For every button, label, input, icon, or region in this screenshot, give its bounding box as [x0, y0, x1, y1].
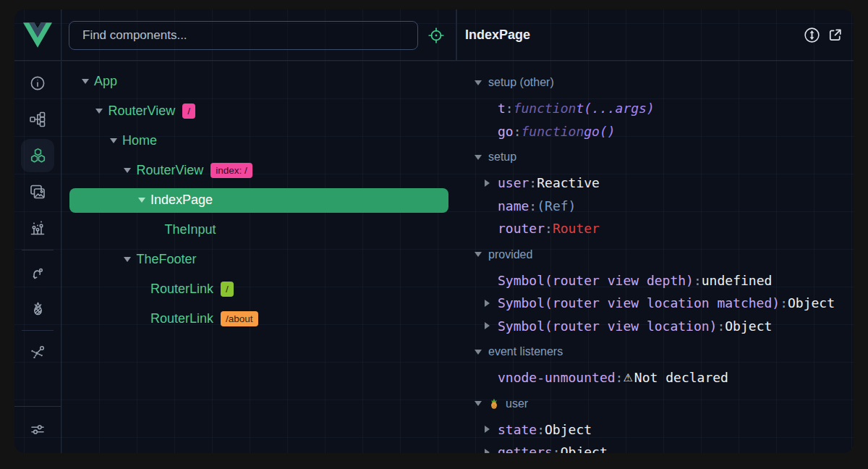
- key-value-separator: :: [545, 221, 553, 236]
- route-badge: /: [182, 103, 195, 119]
- expander-down-icon: [475, 155, 482, 160]
- tree-node-theinput[interactable]: TheInput: [62, 215, 456, 245]
- tree-node-label: RouterView: [137, 163, 204, 178]
- tree-node-label: TheInput: [165, 222, 216, 237]
- tree-node-routerlink[interactable]: RouterLink/about: [62, 304, 456, 334]
- state-key: Symbol(router view location): [498, 318, 717, 334]
- state-key: t: [498, 101, 506, 116]
- search-input[interactable]: [69, 21, 418, 50]
- expander-down-icon[interactable]: [109, 138, 117, 143]
- state-row-symbol-router-view-location-matched[interactable]: Symbol(router view location matched) : O…: [457, 292, 854, 315]
- state-key: vnode-unmounted: [498, 370, 616, 385]
- tree-node-routerview[interactable]: RouterViewindex: /: [62, 156, 456, 185]
- expander-placeholder: [485, 104, 492, 112]
- scroll-to-component-icon: [803, 26, 821, 44]
- expander-down-icon[interactable]: [137, 198, 145, 203]
- state-row-symbol-router-view-location[interactable]: Symbol(router view location) : Object: [457, 315, 854, 338]
- sidebar-item-pages[interactable]: [21, 103, 54, 136]
- expander-right-icon[interactable]: [485, 449, 492, 453]
- sidebar-item-pinia[interactable]: [21, 292, 54, 325]
- tree-node-home[interactable]: Home: [62, 126, 456, 156]
- scroll-to-component-button[interactable]: [802, 26, 821, 45]
- state-value: Object: [561, 444, 608, 453]
- expander-down-icon: [475, 350, 482, 355]
- state-key: getters: [498, 444, 553, 453]
- route-badge: /about: [221, 311, 258, 326]
- topbar: IndexPage: [14, 9, 854, 61]
- open-in-editor-button[interactable]: [825, 26, 844, 45]
- state-value: Router: [553, 221, 600, 236]
- section-user[interactable]: user: [457, 389, 854, 418]
- section-provided[interactable]: provided: [457, 240, 854, 269]
- section-setup-other[interactable]: setup (other): [457, 68, 854, 97]
- state-row-user[interactable]: user : Reactive: [457, 172, 854, 195]
- vue-logo-icon: [23, 22, 52, 48]
- state-row-state[interactable]: state : Object: [457, 418, 854, 441]
- expander-down-icon[interactable]: [95, 109, 103, 114]
- key-value-separator: :: [529, 198, 537, 214]
- tree-node-label: TheFooter: [137, 252, 197, 267]
- tree-node-label: Home: [122, 133, 157, 148]
- sidebar-bottom: [14, 406, 61, 453]
- info-icon: [29, 75, 46, 92]
- key-value-separator: :: [553, 444, 561, 453]
- state-key: Symbol(router view depth): [498, 273, 694, 288]
- settings-icon: [29, 421, 46, 438]
- panel-actions: [802, 9, 844, 61]
- tree-node-indexpage[interactable]: IndexPage: [69, 188, 448, 213]
- expander-right-icon[interactable]: [485, 179, 492, 187]
- state-row-t: t : function t(...args): [457, 97, 854, 120]
- warning-icon: ⚠: [623, 371, 632, 384]
- state-key: Symbol(router view location matched): [498, 295, 780, 310]
- component-state-panel: setup (other)t : function t(...args)go :…: [457, 62, 854, 453]
- route-badge: index: /: [210, 163, 252, 178]
- sidebar-item-router[interactable]: [21, 255, 54, 289]
- expander-down-icon[interactable]: [124, 257, 132, 262]
- sidebar-item-settings[interactable]: [21, 413, 54, 446]
- state-key: router: [498, 221, 545, 236]
- key-value-separator: :: [506, 101, 514, 116]
- expander-right-icon[interactable]: [485, 426, 492, 433]
- select-component-button[interactable]: [427, 27, 445, 44]
- pinia-store-icon: [488, 398, 500, 410]
- section-title: provided: [488, 248, 532, 261]
- state-value: function: [522, 124, 584, 139]
- state-value: Reactive: [537, 175, 600, 190]
- state-row-go: go : function go(): [457, 120, 854, 143]
- expander-down-icon[interactable]: [124, 168, 132, 173]
- sidebar-item-graph[interactable]: [21, 336, 54, 369]
- tree-node-label: RouterLink: [150, 282, 213, 297]
- sidebar-item-timeline[interactable]: [21, 211, 54, 245]
- tree-node-routerlink[interactable]: RouterLink/: [62, 274, 456, 304]
- tree-node-routerview[interactable]: RouterView/: [62, 96, 456, 126]
- state-value: function: [514, 101, 576, 116]
- section-event-listeners[interactable]: event listeners: [457, 337, 854, 366]
- expander-down-icon: [475, 80, 482, 85]
- section-setup[interactable]: setup: [457, 143, 854, 172]
- devtools-window: IndexPage: [14, 9, 854, 453]
- state-key: state: [498, 422, 537, 437]
- sidebar-item-assets[interactable]: [21, 175, 54, 208]
- expander-right-icon[interactable]: [485, 300, 492, 307]
- tree-node-thefooter[interactable]: TheFooter: [62, 245, 456, 274]
- state-value: Not declared: [634, 370, 728, 385]
- sidebar-item-components[interactable]: [21, 139, 54, 172]
- tree-node-label: RouterLink: [150, 311, 213, 326]
- vue-logo: [14, 9, 61, 61]
- sidebar: [14, 62, 61, 453]
- key-value-separator: :: [529, 175, 537, 190]
- state-row-name: name : (Ref): [457, 195, 854, 218]
- tree-node-label: IndexPage: [150, 193, 213, 208]
- expander-down-icon[interactable]: [81, 79, 89, 84]
- sidebar-item-info[interactable]: [21, 67, 54, 100]
- state-row-getters[interactable]: getters : Object: [457, 441, 854, 453]
- sidebar-divider: [22, 250, 54, 250]
- state-row-vnode-unmounted: vnode-unmounted : ⚠ Not declared: [457, 366, 854, 389]
- tree-node-app[interactable]: App: [62, 67, 456, 96]
- sidebar-divider: [22, 330, 54, 331]
- timeline-icon: [29, 219, 46, 237]
- state-value: go(): [584, 124, 615, 139]
- section-title: setup: [488, 151, 516, 164]
- expander-right-icon[interactable]: [485, 322, 492, 329]
- panel-divider[interactable]: [456, 9, 457, 60]
